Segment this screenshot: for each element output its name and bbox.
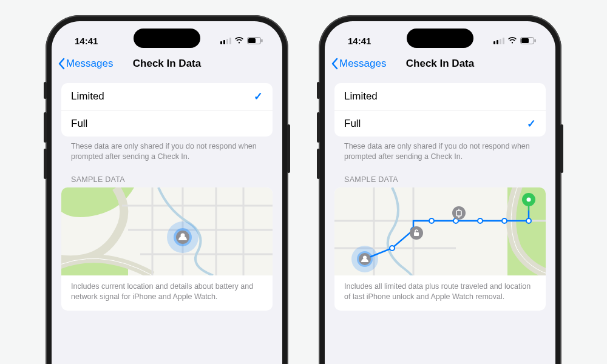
- nav-bar: Messages Check In Data: [52, 50, 282, 77]
- watch-marker-icon: [452, 206, 466, 220]
- sample-card: Includes current location and details ab…: [61, 187, 273, 311]
- volume-up-button[interactable]: [317, 112, 320, 143]
- sample-map-limited: [61, 187, 273, 275]
- svg-point-30: [526, 218, 531, 223]
- checkmark-icon: ✓: [254, 90, 263, 103]
- phone-left: 14:41 Messages Check In Data: [46, 15, 288, 364]
- cell-signal-icon: [220, 38, 231, 44]
- mute-switch[interactable]: [44, 82, 47, 99]
- sample-desc: Includes current location and details ab…: [61, 275, 273, 311]
- option-label: Full: [71, 118, 87, 130]
- screen: 14:41 Messages Check In Data: [52, 21, 282, 364]
- back-button[interactable]: Messages: [331, 58, 386, 70]
- option-limited[interactable]: Limited: [334, 83, 546, 110]
- back-label: Messages: [339, 58, 386, 70]
- svg-point-26: [429, 218, 434, 223]
- svg-rect-16: [521, 38, 529, 43]
- chevron-left-icon: [58, 58, 65, 70]
- sample-header: SAMPLE DATA: [61, 162, 273, 187]
- data-amount-list: Limited ✓ Full: [61, 83, 273, 136]
- sample-header: SAMPLE DATA: [334, 162, 546, 187]
- power-button[interactable]: [560, 124, 563, 173]
- sample-map-full: [334, 187, 546, 275]
- wifi-icon: [234, 36, 244, 46]
- unlock-marker-icon: [410, 226, 423, 240]
- volume-up-button[interactable]: [44, 112, 47, 143]
- cell-signal-icon: [493, 38, 504, 44]
- data-amount-list: Limited Full ✓: [334, 83, 546, 136]
- volume-down-button[interactable]: [44, 149, 47, 179]
- power-button[interactable]: [287, 124, 290, 173]
- battery-icon: [247, 36, 263, 46]
- svg-point-24: [390, 246, 395, 251]
- svg-point-29: [502, 218, 507, 223]
- status-time: 14:41: [75, 36, 98, 46]
- wifi-icon: [507, 36, 517, 46]
- back-label: Messages: [66, 58, 113, 70]
- svg-rect-17: [535, 39, 536, 42]
- nav-bar: Messages Check In Data: [325, 50, 555, 77]
- svg-rect-43: [528, 204, 529, 211]
- svg-point-28: [478, 218, 483, 223]
- battery-icon: [520, 36, 536, 46]
- list-footer: These data are only shared if you do not…: [61, 136, 273, 162]
- back-button[interactable]: Messages: [58, 58, 113, 70]
- status-time: 14:41: [348, 36, 371, 46]
- chevron-left-icon: [331, 58, 338, 70]
- option-full[interactable]: Full ✓: [334, 110, 546, 136]
- svg-rect-36: [414, 232, 419, 236]
- svg-rect-1: [248, 38, 256, 43]
- svg-point-42: [527, 197, 531, 201]
- sample-card: Includes all limited data plus route tra…: [334, 187, 546, 311]
- volume-down-button[interactable]: [317, 149, 320, 179]
- option-limited[interactable]: Limited ✓: [61, 83, 273, 110]
- phone-right: 14:41 Messages Check In Data: [319, 15, 561, 364]
- screen: 14:41 Messages Check In Data: [325, 21, 555, 364]
- option-label: Limited: [71, 90, 104, 103]
- mute-switch[interactable]: [317, 82, 320, 99]
- list-footer: These data are only shared if you do not…: [334, 136, 546, 162]
- option-label: Full: [344, 118, 361, 130]
- option-label: Limited: [344, 90, 378, 103]
- sample-desc: Includes all limited data plus route tra…: [334, 275, 546, 311]
- dynamic-island: [134, 29, 200, 48]
- dynamic-island: [407, 29, 473, 48]
- svg-rect-2: [262, 39, 263, 42]
- option-full[interactable]: Full: [61, 110, 273, 136]
- checkmark-icon: ✓: [527, 117, 536, 130]
